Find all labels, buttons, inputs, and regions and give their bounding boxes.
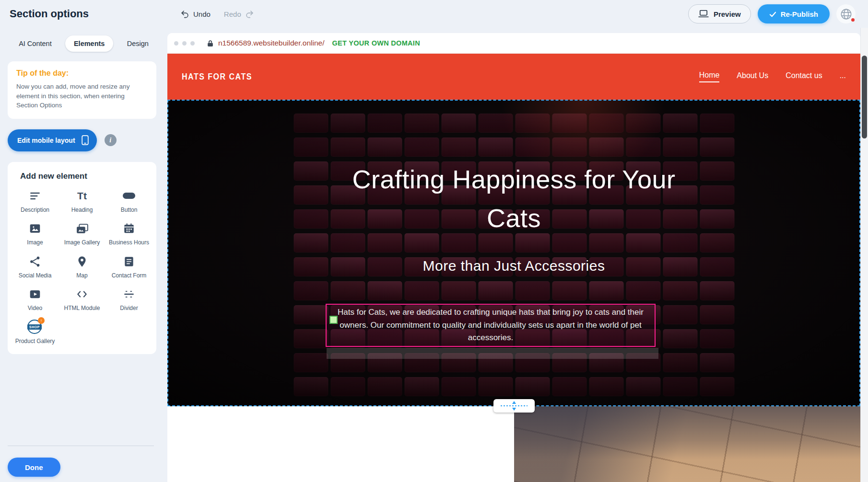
divider-icon	[123, 287, 135, 301]
hero-section[interactable]: Crafting Happiness for Your Cats More th…	[167, 100, 860, 406]
site-header[interactable]: HATS FOR CATS Home About Us Contact us .…	[167, 54, 860, 100]
topbar-actions: Preview Re-Publish	[688, 4, 856, 23]
element-contact-form[interactable]: Contact Form	[107, 254, 151, 280]
sidebar-footer: Done	[8, 446, 154, 482]
image-icon	[29, 221, 41, 236]
hero-subtitle[interactable]: More than Just Accessories	[167, 258, 860, 274]
element-label: Description	[21, 207, 49, 214]
mobile-layout-row: Edit mobile layout i	[8, 129, 160, 151]
nav-link-home[interactable]: Home	[699, 71, 720, 82]
nav-link-contact[interactable]: Contact us	[786, 71, 822, 82]
globe-icon	[840, 8, 853, 21]
undo-label: Undo	[193, 10, 211, 18]
tip-title: Tip of the day:	[16, 69, 148, 78]
site-logo[interactable]: HATS FOR CATS	[182, 72, 252, 82]
element-label: Contact Form	[112, 272, 147, 280]
element-image-gallery[interactable]: Image Gallery	[60, 221, 104, 247]
undo-button[interactable]: Undo	[180, 10, 211, 19]
map-pin-icon	[76, 254, 88, 269]
element-label: Divider	[120, 305, 138, 312]
tab-elements[interactable]: Elements	[65, 35, 113, 52]
sidebar-tabs: AI Content Elements Design	[8, 34, 160, 53]
preview-button[interactable]: Preview	[688, 4, 751, 23]
element-image[interactable]: Image	[13, 221, 57, 247]
element-label: Business Hours	[109, 239, 149, 247]
site-url: n1566589.websitebuilder.online/	[218, 39, 324, 47]
nav-link-about[interactable]: About Us	[737, 71, 768, 82]
pavement-photo	[514, 406, 861, 482]
social-media-icon	[29, 254, 41, 269]
preview-label: Preview	[714, 10, 741, 18]
product-gallery-shop-icon: SHOP ↑	[27, 320, 43, 334]
redo-icon	[245, 10, 254, 19]
hero-title[interactable]: Crafting Happiness for Your Cats	[167, 160, 860, 238]
element-business-hours[interactable]: Business Hours	[107, 221, 151, 247]
button-icon	[123, 189, 135, 203]
tab-design[interactable]: Design	[118, 35, 157, 52]
element-product-gallery[interactable]: SHOP ↑ Product Gallery	[13, 320, 57, 345]
site-content: HATS FOR CATS Home About Us Contact us .…	[167, 54, 860, 482]
element-button[interactable]: Button	[107, 189, 151, 214]
preview-monitor-icon	[698, 10, 709, 18]
language-globe-button[interactable]	[836, 4, 856, 23]
image-gallery-icon	[76, 221, 89, 236]
checkmark-icon	[769, 11, 776, 17]
section-resize-handle[interactable]	[493, 399, 535, 413]
element-social-media[interactable]: Social Media	[13, 254, 57, 280]
undo-icon	[180, 10, 189, 19]
phone-icon	[81, 135, 89, 145]
element-video[interactable]: Video	[13, 287, 57, 312]
contact-form-icon	[123, 254, 135, 269]
page-title: Section options	[10, 8, 89, 20]
description-icon	[29, 189, 41, 203]
site-preview-window: n1566589.websitebuilder.online/ GET YOUR…	[167, 33, 860, 482]
tip-of-the-day-card: Tip of the day: Now you can add, move an…	[8, 61, 156, 119]
element-label: Image	[27, 239, 43, 247]
history-controls: Undo Redo	[180, 0, 254, 28]
redo-button[interactable]: Redo	[224, 10, 254, 19]
window-dot	[182, 41, 187, 46]
video-icon	[29, 287, 41, 301]
add-element-card: Add new element Description Tt Heading B…	[8, 162, 156, 354]
section-options-sidebar: AI Content Elements Design Tip of the da…	[0, 28, 167, 482]
edit-mobile-layout-button[interactable]: Edit mobile layout	[8, 129, 97, 151]
site-nav: Home About Us Contact us ...	[699, 71, 846, 82]
selected-text-element[interactable]: Hats for Cats, we are dedicated to craft…	[326, 304, 656, 347]
editor-canvas: n1566589.websitebuilder.online/ GET YOUR…	[167, 28, 860, 482]
notification-dot	[851, 18, 855, 22]
business-hours-icon	[123, 221, 135, 236]
hero-vignette	[167, 100, 860, 406]
element-ghost-bar	[327, 348, 658, 359]
element-label: Button	[121, 207, 138, 214]
next-section-white-panel	[167, 406, 514, 482]
republish-button[interactable]: Re-Publish	[758, 4, 830, 23]
html-code-icon	[76, 287, 88, 301]
browser-chrome-bar: n1566589.websitebuilder.online/ GET YOUR…	[167, 33, 860, 54]
element-description[interactable]: Description	[13, 189, 57, 214]
nav-more-menu[interactable]: ...	[840, 71, 846, 82]
element-label: Social Media	[19, 272, 52, 280]
hero-body-text: Hats for Cats, we are dedicated to craft…	[333, 306, 648, 344]
element-divider[interactable]: Divider	[107, 287, 151, 312]
element-label: Heading	[71, 207, 93, 214]
tab-ai-content[interactable]: AI Content	[10, 35, 60, 52]
get-your-own-domain-link[interactable]: GET YOUR OWN DOMAIN	[332, 39, 420, 47]
element-grid: Description Tt Heading Button Image	[12, 189, 152, 345]
element-label: HTML Module	[64, 305, 100, 312]
element-drag-handle[interactable]	[329, 316, 338, 324]
next-section[interactable]	[167, 406, 860, 482]
element-label: Product Gallery	[15, 338, 55, 345]
element-map[interactable]: Map	[60, 254, 104, 280]
cat-shadow-overlay	[514, 406, 861, 482]
element-label: Image Gallery	[64, 239, 100, 247]
scrollbar-thumb[interactable]	[862, 56, 867, 138]
edit-mobile-label: Edit mobile layout	[17, 137, 75, 144]
done-button[interactable]: Done	[8, 458, 60, 477]
redo-label: Redo	[224, 10, 241, 18]
element-html-module[interactable]: HTML Module	[60, 287, 104, 312]
element-heading[interactable]: Tt Heading	[60, 189, 104, 214]
info-icon[interactable]: i	[105, 134, 117, 146]
topbar: Section options Undo Redo Preview Re-P	[0, 0, 868, 28]
element-label: Map	[76, 272, 87, 280]
republish-label: Re-Publish	[781, 10, 818, 18]
